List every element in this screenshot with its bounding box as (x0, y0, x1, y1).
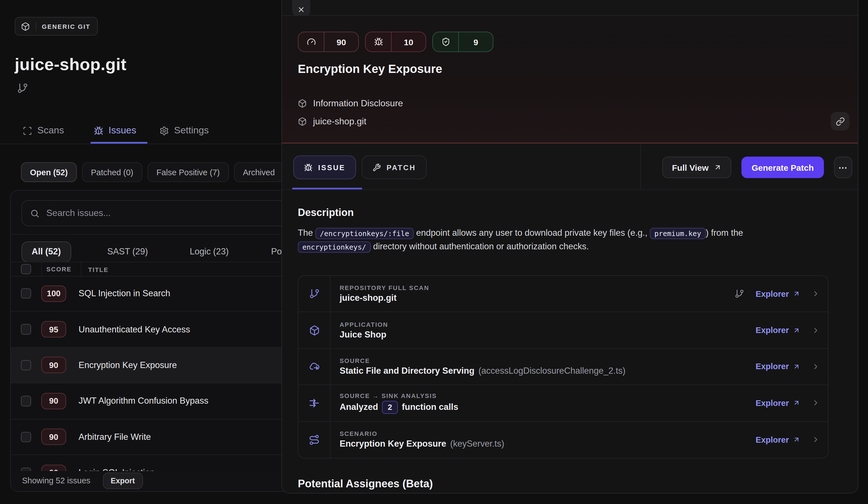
trace-row-analysis[interactable]: SOURCE → SINK ANALYSIS Analyzed 2 functi… (298, 385, 828, 421)
repo-type-badge: GENERIC GIT (15, 17, 98, 35)
code-endpoint: /encryptionkeys/:file (315, 228, 414, 239)
assignees-heading: Potential Assignees (Beta) (298, 478, 433, 490)
function-call-count: 2 (382, 401, 398, 414)
explorer-link[interactable]: Explorer (756, 326, 800, 335)
row-checkbox[interactable] (21, 324, 31, 335)
tab-issue-view[interactable]: ISSUE (293, 155, 356, 179)
metric-badges: 90 10 9 (298, 32, 493, 52)
tab-issues[interactable]: Issues (94, 119, 136, 143)
analyzed-prefix: Analyzed (340, 402, 378, 412)
route-icon (298, 421, 331, 458)
trace-row-value: Juice Shop (340, 329, 386, 339)
trace-row-file: (keyServer.ts) (450, 439, 504, 449)
filter-sast[interactable]: SAST (29) (107, 246, 148, 257)
trace-row-value: juice-shop.git (340, 293, 397, 303)
row-checkbox[interactable] (21, 360, 31, 370)
issue-title: SQL Injection in Search (79, 288, 170, 298)
trace-row-label: APPLICATION (340, 321, 756, 328)
close-button[interactable] (292, 0, 310, 17)
package-icon (298, 312, 331, 348)
copy-link-button[interactable] (831, 112, 849, 131)
issue-title: Encryption Key Exposure (79, 360, 177, 370)
package-icon (298, 117, 307, 126)
arrow-up-right-icon (793, 290, 800, 297)
explorer-link[interactable]: Explorer (756, 435, 800, 444)
tab-patch-view[interactable]: PATCH (362, 155, 427, 179)
link-icon (836, 117, 845, 126)
row-checkbox[interactable] (21, 432, 31, 442)
drawer-content: Description The /encryptionkeys/:file en… (282, 190, 858, 494)
score-badge: 95 (41, 321, 66, 338)
active-view-indicator (292, 188, 362, 189)
drawer-topbar (282, 0, 858, 16)
arrow-up-right-icon (793, 363, 800, 370)
filter-false-positive[interactable]: False Positive (7) (147, 162, 229, 182)
code-filename: premium.key (650, 228, 706, 239)
trace-row-file: (accessLogDisclosureChallenge_2.ts) (478, 366, 625, 376)
score-badge: 90 (41, 393, 66, 409)
more-actions-button[interactable]: ⋯ (834, 157, 852, 178)
bug-icon (365, 32, 392, 51)
cloud-source-icon (298, 349, 331, 385)
flow-icon (298, 385, 331, 421)
column-title: TITLE (88, 266, 108, 273)
tab-scans-label: Scans (37, 125, 64, 136)
explorer-link[interactable]: Explorer (756, 362, 800, 371)
arrow-up-right-icon (793, 436, 800, 443)
trace-row-value: Encryption Key Exposure (340, 439, 446, 449)
arrow-up-right-icon (793, 399, 800, 407)
git-branch-icon (735, 289, 744, 298)
filter-archived[interactable]: Archived (234, 162, 284, 182)
package-icon (21, 22, 36, 31)
tab-issue-label: ISSUE (318, 163, 345, 172)
app-root: GENERIC GIT juice-shop.git Scans Issues (0, 0, 868, 504)
ellipsis-icon: ⋯ (838, 162, 848, 173)
issue-title: Unauthenticated Key Access (79, 324, 190, 335)
trace-row-label: SOURCE → SINK ANALYSIS (340, 392, 756, 399)
git-branch-icon (17, 83, 28, 94)
row-checkbox[interactable] (21, 396, 31, 406)
shield-score-value: 9 (459, 32, 493, 51)
chevron-right-icon[interactable] (812, 435, 820, 444)
trace-row-source[interactable]: SOURCE Static File and Directory Serving… (298, 349, 828, 385)
filter-logic[interactable]: Logic (23) (190, 246, 229, 257)
tab-issues-label: Issues (108, 125, 136, 136)
tab-settings[interactable]: Settings (159, 119, 209, 143)
explorer-link[interactable]: Explorer (756, 399, 800, 408)
filter-all[interactable]: All (52) (21, 241, 71, 262)
wrench-icon (372, 163, 381, 172)
tab-scans[interactable]: Scans (23, 119, 64, 143)
tab-patch-label: PATCH (386, 163, 416, 172)
scan-icon (23, 126, 32, 135)
issue-title: JWT Algorithm Confusion Bypass (79, 396, 208, 406)
score-badge: 100 (41, 285, 66, 302)
issue-count-badge: 10 (365, 32, 426, 52)
row-checkbox[interactable] (21, 288, 31, 299)
trace-row-label: SCENARIO (340, 431, 756, 437)
filter-patched[interactable]: Patched (0) (82, 162, 142, 182)
filter-open[interactable]: Open (52) (21, 162, 77, 182)
chevron-right-icon[interactable] (812, 362, 820, 371)
chevron-right-icon[interactable] (812, 399, 820, 407)
trace-row-repository[interactable]: REPOSITORY FULL SCAN juice-shop.git Expl… (298, 276, 828, 312)
package-icon (298, 99, 307, 108)
full-view-button[interactable]: Full View (662, 157, 731, 178)
trace-row-scenario[interactable]: SCENARIO Encryption Key Exposure(keyServ… (298, 421, 828, 458)
score-badge: 90 (41, 357, 66, 373)
code-directory: encryptionkeys/ (298, 241, 371, 253)
trace-list: REPOSITORY FULL SCAN juice-shop.git Expl… (298, 275, 828, 459)
issue-category: Information Disclosure (298, 99, 403, 109)
trace-row-application[interactable]: APPLICATION Juice Shop Explorer (298, 312, 828, 349)
trace-row-label: REPOSITORY FULL SCAN (340, 284, 735, 291)
explorer-link[interactable]: Explorer (756, 289, 800, 298)
drawer-toolbar: ISSUE PATCH Full View Generate Patch ⋯ (282, 145, 858, 190)
bug-icon (304, 163, 312, 172)
gear-icon (159, 126, 169, 135)
chevron-right-icon[interactable] (812, 326, 820, 335)
issue-category-label: Information Disclosure (313, 99, 403, 109)
select-all-checkbox[interactable] (21, 264, 31, 275)
trace-row-value: Static File and Directory Serving (340, 366, 474, 376)
export-button[interactable]: Export (103, 472, 143, 489)
chevron-right-icon[interactable] (812, 289, 820, 298)
generate-patch-button[interactable]: Generate Patch (741, 157, 824, 178)
